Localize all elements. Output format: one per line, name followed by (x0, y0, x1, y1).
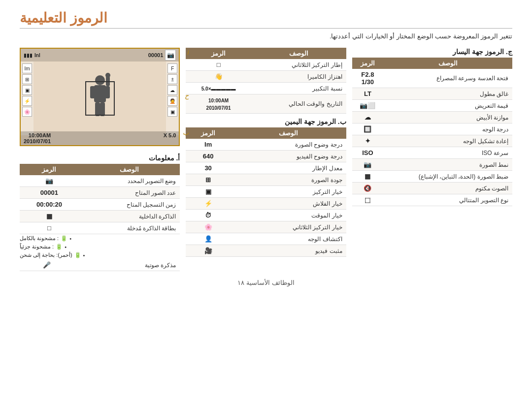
table-row: درجة وضوح الفيديو640 (186, 151, 346, 162)
row-sym: ⊞ (186, 174, 231, 186)
row-sym: 00001 (20, 187, 79, 199)
row-sym: LT (352, 88, 383, 100)
right-column: i ح ب 📷 00001 Inl ▮▮▮ (20, 48, 180, 271)
row-sym: ▬▬▬▬▬×5.0 (186, 83, 251, 94)
page-title: الرموز التعليمية (20, 10, 512, 26)
row-desc: خيار الموقت (231, 210, 346, 221)
table-row: فتحة العدسة وسرعة المصراعF2.8 1/30 (352, 69, 512, 88)
row-desc: خيار التركيز (231, 186, 346, 198)
table-row: عدد الصور المتاح00001 (20, 187, 180, 199)
row-desc: سرعة ISO (383, 147, 512, 159)
list-item: •🔋(أحمر): بحاجة إلى شحن (20, 251, 180, 259)
cam-body: F ± ☁ 🤦 ▣ (21, 62, 179, 135)
page-footer: الوظائف الأساسية ١٨ (20, 279, 512, 286)
row-desc: الصوت مكتوم (383, 183, 512, 194)
cam-ricon-4: ⚡ (22, 96, 32, 106)
row-sym: ⬚ (352, 194, 383, 206)
cam-count: 00001 (148, 52, 164, 58)
table-row: غالق مطولLT (352, 88, 512, 100)
cam-date: 2010/07/01 (24, 138, 51, 144)
title-divider (20, 28, 512, 29)
table-row: بطاقة الذاكرة مُدخلة□ (20, 222, 180, 234)
mic-desc: مذكرة صوتية (73, 259, 180, 271)
battery-text: : مشحونة جزئياً (20, 244, 54, 250)
camera-preview-container: i ح ب 📷 00001 Inl ▮▮▮ (20, 48, 180, 146)
mic-table: مذكرة صوتية 🎤 (20, 259, 180, 271)
row-sym: □ (186, 59, 251, 71)
cam-battery: ▮▮▮ (24, 53, 33, 58)
battery-text: (أحمر): بحاجة إلى شحن (20, 252, 72, 258)
cam-ricon-1: Im (22, 63, 32, 73)
row-desc: التاريخ والوقت الحالي (251, 94, 346, 114)
cam-zoom: X 5.0 (164, 132, 176, 144)
row-desc: فتحة العدسة وسرعة المصراع (383, 69, 512, 88)
row-desc: غالق مطول (383, 88, 512, 100)
info-col-sym: الرمز (20, 164, 79, 175)
page-container: الرموز التعليمية تتغير الرموز المعروضة ح… (0, 0, 532, 296)
battery-list: •🔋: مشحونة بالكامل•🔋: مشحونة جزئياً•🔋(أح… (20, 234, 180, 259)
cam-mem: Inl (34, 53, 40, 58)
row-desc: معدل الإطار (231, 162, 346, 174)
footer-text: الوظائف الأساسية ١٨ (237, 279, 294, 286)
row-sym: 📷 (352, 159, 383, 171)
table-row: التاريخ والوقت الحالي10:00AM 2010/07/01 (186, 94, 346, 114)
row-desc: الذاكرة الداخلية (79, 211, 180, 222)
info-table: الوصف الرمز وضع التصوير المحدد📷عدد الصور… (20, 164, 180, 234)
table-row: درجة وضوح الصورةIm (186, 139, 346, 151)
table-row: معدل الإطار30 (186, 162, 346, 174)
row-desc: بطاقة الذاكرة مُدخلة (79, 222, 180, 234)
table-row: نمط الصورة📷 (352, 159, 512, 171)
row-desc: نوع التصوير المتتالي (383, 194, 512, 206)
table-row: الصوت مكتوم🔇 (352, 183, 512, 194)
left-table: الوصف الرمز فتحة العدسة وسرعة المصراعF2.… (352, 58, 512, 206)
row-desc: درجة وضوح الفيديو (231, 151, 346, 162)
table-row: الذاكرة الداخلية▦ (20, 211, 180, 222)
table-row: زمن التسجيل المتاح00:00:20 (20, 199, 180, 211)
label-i: i (187, 49, 189, 56)
table-row: اهتزاز الكاميرا👋 (186, 71, 346, 83)
mid-top-col-sym: الرمز (186, 48, 251, 59)
info-col-desc: الوصف (79, 164, 180, 175)
left-column: ج. الرموز جهة اليسار الوصف الرمز فتحة ال… (352, 48, 512, 206)
row-sym: 00:00:20 (20, 199, 79, 211)
row-sym: 🔲 (352, 123, 383, 135)
mic-sym: 🎤 (20, 259, 73, 271)
table-row: خيار الموقت⏱ (186, 210, 346, 221)
left-col-sym: الرمز (352, 58, 383, 69)
cam-center (33, 62, 166, 135)
table-row: إطار التركيز الثلاثاني□ (186, 59, 346, 71)
row-desc: مثبت فيديو (231, 245, 346, 257)
row-desc: إطار التركيز الثلاثاني (251, 59, 346, 71)
mic-row: مذكرة صوتية 🎤 (20, 259, 180, 271)
row-desc: عدد الصور المتاح (79, 187, 180, 199)
battery-text: : مشحونة بالكامل (20, 235, 59, 242)
cam-time: 10:00AM (29, 132, 51, 138)
table-row: خيار التركيز الثلاثاني🌸 (186, 221, 346, 233)
row-sym: 640 (186, 151, 231, 162)
row-desc: درجة وضوح الصورة (231, 139, 346, 151)
battery-icon: 🔋 (74, 252, 81, 258)
row-sym: ⬜📷 (352, 100, 383, 112)
cam-focus-box (85, 81, 115, 116)
bullet-icon: • (69, 236, 71, 242)
row-desc: درجة الوجه (383, 123, 512, 135)
table-row: وضع التصوير المحدد📷 (20, 175, 180, 187)
cam-mode-icon: 📷 (165, 50, 176, 61)
cam-ricon-3: ▣ (22, 85, 32, 95)
cam-icon-2: ± (167, 74, 177, 84)
row-sym: ISO (352, 147, 383, 159)
bullet-icon: • (83, 252, 85, 258)
cam-right-icons: Im ⊞ ▣ ⚡ 🌸 (21, 62, 33, 135)
row-sym: 30 (186, 162, 231, 174)
battery-icon: 🔋 (56, 244, 63, 250)
cam-left-icons: F ± ☁ 🤦 ▣ (166, 62, 179, 135)
row-desc: ضبط الصورة (الحدة، التباين، الإشباع) (383, 171, 512, 183)
row-sym: ▦ (20, 211, 79, 222)
row-sym: ☁ (352, 112, 383, 123)
row-desc: زمن التسجيل المتاح (79, 199, 180, 211)
list-item: •🔋: مشحونة بالكامل (20, 234, 180, 243)
row-desc: اهتزاز الكاميرا (251, 71, 346, 83)
mid-bot-table: الوصف الرمز درجة وضوح الصورةImدرجة وضوح … (186, 127, 346, 257)
table-row: إعادة تشكيل الوجه✦ (352, 135, 512, 147)
info-section-title: أ. معلومات (20, 154, 180, 162)
